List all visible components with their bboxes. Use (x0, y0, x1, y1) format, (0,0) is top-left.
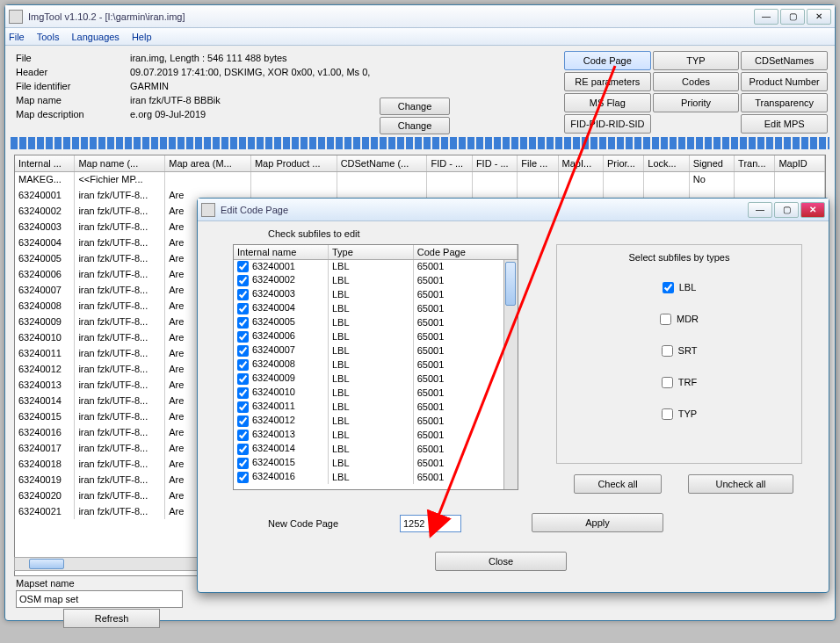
column-header[interactable]: CDSetName (... (337, 155, 427, 171)
type-label: TRF (678, 377, 697, 387)
subfile-row[interactable]: 63240006LBL65001 (234, 329, 518, 343)
product-number-button[interactable]: Product Number (741, 72, 828, 91)
subfile-row[interactable]: 63240003LBL65001 (234, 287, 518, 301)
subfile-checkbox[interactable] (237, 444, 249, 455)
scrollbar-thumb[interactable] (29, 559, 64, 569)
maximize-button[interactable]: ▢ (780, 9, 805, 25)
transparency-button[interactable]: Transparency (741, 93, 828, 112)
column-header[interactable]: MapI... (558, 155, 603, 171)
subfile-checkbox[interactable] (237, 331, 249, 343)
column-header[interactable]: Internal ... (15, 155, 75, 171)
code-page-button[interactable]: Code Page (564, 51, 651, 70)
type-checkbox-trf[interactable] (662, 377, 673, 388)
subfile-row[interactable]: 63240004LBL65001 (234, 301, 518, 315)
subfile-row[interactable]: 63240016LBL65001 (234, 470, 518, 484)
subfile-checkbox[interactable] (237, 401, 249, 413)
column-header[interactable]: FID - ... (427, 155, 472, 171)
subfile-row[interactable]: 63240015LBL65001 (234, 456, 518, 470)
subfile-checkbox[interactable] (237, 289, 249, 300)
subfile-row[interactable]: 63240013LBL65001 (234, 428, 518, 442)
subfile-checkbox[interactable] (237, 317, 249, 329)
check-all-button[interactable]: Check all (574, 474, 662, 494)
dialog-maximize-button[interactable]: ▢ (774, 202, 799, 218)
type-checkbox-lbl[interactable] (663, 282, 674, 293)
column-header[interactable]: MapID (775, 155, 825, 171)
subfile-checkbox[interactable] (237, 387, 249, 399)
subfile-checkbox[interactable] (237, 415, 249, 427)
subfile-row[interactable]: 63240012LBL65001 (234, 414, 518, 428)
menu-languages[interactable]: Languages (71, 32, 119, 42)
menu-help[interactable]: Help (132, 32, 152, 42)
header-lbl: Header (16, 67, 130, 81)
column-header[interactable]: Prior... (604, 155, 644, 171)
priority-button[interactable]: Priority (653, 93, 740, 112)
apply-button[interactable]: Apply (532, 513, 663, 532)
re-parameters-button[interactable]: RE parameters (564, 72, 651, 91)
column-header[interactable]: Map Product ... (250, 155, 337, 171)
uncheck-all-button[interactable]: Uncheck all (688, 474, 793, 494)
edit-code-page-dialog: Edit Code Page — ▢ ✕ Check subfiles to e… (197, 198, 829, 593)
dialog-minimize-button[interactable]: — (748, 202, 772, 218)
subfile-row[interactable]: 63240005LBL65001 (234, 315, 518, 329)
new-code-page-input[interactable] (400, 515, 461, 532)
column-header[interactable]: File ... (518, 155, 558, 171)
subfile-row[interactable]: 63240001LBL65001 (234, 259, 518, 273)
menu-tools[interactable]: Tools (37, 32, 60, 42)
subfile-checkbox[interactable] (237, 275, 249, 286)
mapset-input[interactable] (16, 590, 183, 608)
column-header[interactable]: Tran... (735, 155, 775, 171)
column-header[interactable]: Map name (... (75, 155, 165, 171)
subfile-checkbox[interactable] (237, 261, 249, 272)
fid-pid-rid-sid-button[interactable]: FID-PID-RID-SID (564, 114, 651, 134)
new-code-page-label: New Code Page (268, 518, 338, 529)
type-label: TYP (678, 408, 697, 419)
sublist-scrollbar-thumb[interactable] (505, 262, 516, 306)
subfile-row[interactable]: 63240008LBL65001 (234, 358, 518, 372)
column-header[interactable]: Signed (689, 155, 734, 171)
menu-file[interactable]: File (9, 32, 25, 42)
type-label: LBL (679, 282, 697, 293)
refresh-button[interactable]: Refresh (63, 609, 160, 628)
column-header[interactable]: Map area (M... (165, 155, 251, 171)
subfile-row[interactable]: 63240014LBL65001 (234, 442, 518, 456)
column-header[interactable]: Lock... (644, 155, 689, 171)
subfile-checkbox[interactable] (237, 303, 249, 314)
sublist-scrollbar[interactable] (503, 260, 518, 489)
type-checkbox-typ[interactable] (662, 408, 673, 420)
subfile-row[interactable]: 63240002LBL65001 (234, 273, 518, 287)
close-dialog-button[interactable]: Close (435, 552, 567, 571)
close-button[interactable]: ✕ (807, 9, 831, 25)
subfile-row[interactable]: 63240011LBL65001 (234, 400, 518, 414)
codes-button[interactable]: Codes (653, 72, 740, 91)
col-type[interactable]: Type (329, 245, 414, 259)
type-checkbox-srt[interactable] (662, 345, 673, 357)
subfile-row[interactable]: 63240007LBL65001 (234, 343, 518, 358)
col-internal-name[interactable]: Internal name (234, 245, 329, 259)
cdsetnames-button[interactable]: CDSetNames (741, 51, 828, 70)
ms-flag-button[interactable]: MS Flag (564, 93, 651, 112)
subfile-row[interactable]: 63240009LBL65001 (234, 372, 518, 386)
subfile-checkbox[interactable] (237, 458, 249, 469)
minimize-button[interactable]: — (754, 9, 778, 25)
change-mapname-button[interactable]: Change (380, 98, 450, 115)
edit-mps-button[interactable]: Edit MPS (741, 114, 828, 134)
mapdesc-val: e.org 09-Jul-2019 (130, 109, 206, 123)
subfile-checkbox[interactable] (237, 430, 249, 441)
change-mapdesc-button[interactable]: Change (380, 117, 450, 134)
table-row[interactable]: MAKEG...<<Fichier MP...No (15, 171, 825, 187)
subfile-checkbox[interactable] (237, 345, 249, 357)
typ-button[interactable]: TYP (653, 51, 740, 70)
fid-val: GARMIN (130, 81, 169, 95)
subfile-checkbox[interactable] (237, 472, 249, 483)
dialog-close-button[interactable]: ✕ (800, 202, 825, 218)
dialog-titlebar[interactable]: Edit Code Page — ▢ ✕ (198, 199, 829, 221)
dialog-icon (201, 203, 215, 217)
col-code-page[interactable]: Code Page (413, 245, 517, 259)
subfile-checkbox[interactable] (237, 373, 249, 385)
type-checkbox-mdr[interactable] (660, 314, 671, 325)
subfiles-list[interactable]: Internal name Type Code Page 63240001LBL… (233, 244, 518, 490)
subfile-checkbox[interactable] (237, 359, 249, 371)
column-header[interactable]: FID - ... (472, 155, 517, 171)
subfile-row[interactable]: 63240010LBL65001 (234, 386, 518, 400)
titlebar[interactable]: ImgTool v1.10.2 - [I:\garmin\iran.img] —… (5, 5, 835, 28)
